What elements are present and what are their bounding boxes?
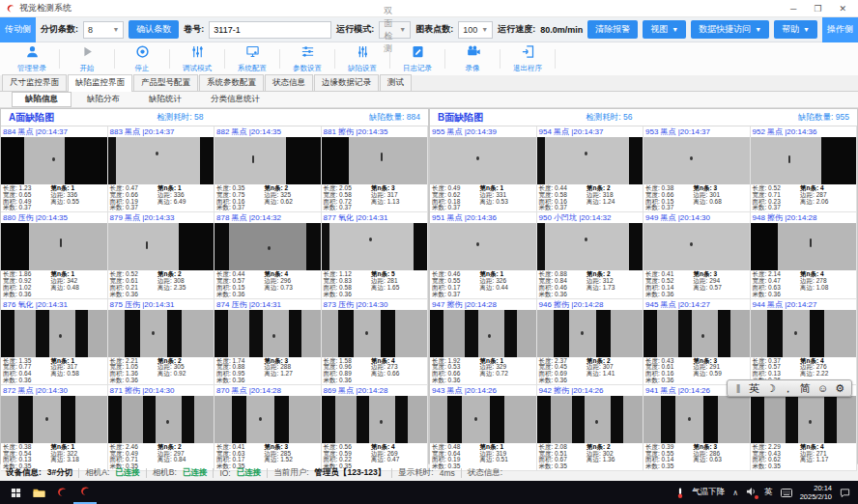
defect-cell[interactable]: 954 黑点 |20:14:37长度: 0.44宽度: 0.58面积: 0.16… [537, 126, 644, 212]
defect-image[interactable] [751, 310, 857, 357]
defect-image[interactable] [644, 223, 750, 270]
data-quick-access-button[interactable]: 数据快捷访问▼ [691, 20, 769, 39]
tab-7[interactable]: 测试 [380, 74, 412, 91]
ime-fullhalf-toggle[interactable]: ☽ [766, 382, 776, 395]
defect-cell[interactable]: 874 压伤 |20:14:31长度: 1.74宽度: 0.88面积: 0.95… [214, 299, 322, 385]
toolbar-play-button[interactable]: 开始 [63, 42, 111, 75]
defect-image[interactable] [537, 310, 644, 357]
ime-language-indicator[interactable]: 英 [764, 487, 773, 498]
defect-image[interactable] [751, 396, 857, 443]
toolbar-log-button[interactable]: 日志记录 [393, 42, 442, 75]
defect-cell[interactable]: 951 黑点 |20:14:36长度: 0.46宽度: 0.55面积: 0.17… [430, 212, 537, 298]
tab-1[interactable]: 尺寸监控界面 [2, 74, 67, 91]
subtab-4[interactable]: 分类信息统计 [197, 92, 273, 107]
defect-cell[interactable]: 879 黑点 |20:14:33长度: 0.52宽度: 0.61面积: 0.21… [108, 212, 215, 298]
toolbar-camera-button[interactable]: 录像 [448, 42, 497, 75]
toolbar-monitor-button[interactable]: 系统配置 [228, 42, 276, 75]
defect-cell[interactable]: 882 黑点 |20:14:35长度: 0.35宽度: 0.75面积: 0.16… [214, 126, 322, 212]
subtab-2[interactable]: 缺陷分布 [73, 92, 133, 107]
defect-image[interactable] [108, 396, 214, 443]
maximize-icon[interactable]: ❐ [814, 4, 821, 14]
defect-image[interactable] [430, 223, 536, 270]
toolbar-user-button[interactable]: 管理登录 [8, 42, 56, 75]
defect-cell[interactable]: 884 黑点 |20:14:37长度: 1.23宽度: 0.65面积: 0.49… [1, 126, 108, 212]
defect-cell[interactable]: 877 氧化 |20:14:31长度: 1.12宽度: 0.83面积: 0.58… [322, 212, 429, 298]
tray-expand-icon[interactable]: ∧ [732, 489, 738, 497]
defect-cell[interactable]: 878 黑点 |20:14:32长度: 0.44宽度: 0.57面积: 0.15… [214, 212, 322, 298]
file-explorer-icon[interactable] [27, 481, 50, 504]
defect-image[interactable] [751, 137, 857, 184]
ime-toolbar[interactable]: ❚ 英☽，简☺⚙ [727, 379, 852, 397]
defect-image[interactable] [1, 310, 107, 357]
defect-cell[interactable]: 943 黑点 |20:14:26长度: 0.48宽度: 0.64面积: 0.19… [430, 385, 537, 471]
ime-drag-handle[interactable]: ❚ [734, 383, 742, 393]
defect-cell[interactable]: 872 黑点 |20:14:30长度: 0.38宽度: 0.54面积: 0.13… [1, 385, 108, 471]
defect-cell[interactable]: 949 黑点 |20:14:30长度: 0.41宽度: 0.52面积: 0.14… [644, 212, 751, 298]
defect-cell[interactable]: 873 压伤 |20:14:30长度: 1.58宽度: 0.96面积: 0.89… [322, 299, 429, 385]
defect-cell[interactable]: 944 黑点 |20:14:27长度: 0.37宽度: 0.57面积: 0.13… [751, 299, 858, 385]
action-center-icon[interactable] [840, 488, 850, 498]
defect-cell[interactable]: 881 擦伤 |20:14:35长度: 2.05宽度: 0.58面积: 0.72… [322, 126, 429, 212]
defect-cell[interactable]: 955 黑点 |20:14:39长度: 0.49宽度: 0.62面积: 0.18… [430, 126, 537, 212]
toolbar-defect-button[interactable]: 缺陷设置 [338, 42, 386, 75]
clear-alarm-button[interactable]: 清除报警 [587, 20, 638, 39]
defect-image[interactable] [322, 137, 428, 184]
defect-cell[interactable]: 945 黑点 |20:14:27长度: 0.43宽度: 0.61面积: 0.16… [644, 299, 751, 385]
defect-image[interactable] [108, 137, 214, 184]
defect-image[interactable] [751, 223, 857, 270]
defect-cell[interactable]: 870 黑点 |20:14:28长度: 0.41宽度: 0.63面积: 0.17… [214, 385, 322, 471]
defect-image[interactable] [644, 137, 750, 184]
slit-count-select[interactable]: 8▼ [83, 21, 124, 39]
tab-5[interactable]: 状态信息 [265, 74, 313, 91]
defect-cell[interactable]: 876 氧化 |20:14:31长度: 1.35宽度: 0.77面积: 0.64… [1, 299, 108, 385]
defect-image[interactable] [108, 310, 214, 357]
defect-cell[interactable]: 880 压伤 |20:14:35长度: 1.86宽度: 0.92面积: 1.02… [1, 212, 108, 298]
toolbar-params-button[interactable]: 参数设置 [283, 42, 331, 75]
defect-cell[interactable]: 871 擦伤 |20:14:30长度: 2.46宽度: 0.49面积: 0.71… [108, 385, 215, 471]
defect-cell[interactable]: 948 擦伤 |20:14:28长度: 2.14宽度: 0.47面积: 0.63… [751, 212, 858, 298]
confirm-count-button[interactable]: 确认条数 [129, 20, 179, 39]
app-taskbar-icon-active[interactable] [73, 481, 97, 504]
defect-cell[interactable]: 875 压伤 |20:14:31长度: 2.21宽度: 1.05面积: 1.36… [108, 299, 215, 385]
tab-3[interactable]: 产品型号配置 [133, 74, 198, 91]
tab-6[interactable]: 边缘数据记录 [314, 74, 379, 91]
defect-image[interactable] [322, 396, 428, 443]
touch-keyboard-icon[interactable] [781, 489, 792, 497]
defect-image[interactable] [537, 137, 644, 184]
operator-side-button[interactable]: 操作侧 [822, 17, 858, 42]
defect-cell[interactable]: 883 黑点 |20:14:37长度: 0.47宽度: 0.66面积: 0.19… [108, 126, 215, 212]
chart-points-select[interactable]: 100▼ [458, 21, 493, 39]
toolbar-exit-button[interactable]: 退出程序 [503, 42, 552, 75]
toolbar-stop-button[interactable]: 停止 [118, 42, 166, 75]
defect-image[interactable] [644, 396, 750, 443]
ime-simplified-toggle[interactable]: 简 [800, 381, 811, 396]
defect-image[interactable] [430, 396, 536, 443]
taskbar-clock[interactable]: 20:14 2025/2/10 [800, 484, 832, 501]
defect-cell[interactable]: 940 擦伤 |20:14:26长度: 2.29宽度: 0.43面积: 0.62… [751, 385, 858, 471]
defect-image[interactable] [537, 223, 644, 270]
run-mode-select[interactable]: 双面检测▼ [379, 21, 411, 39]
minimize-icon[interactable]: ─ [790, 4, 796, 14]
defect-cell[interactable]: 952 黑点 |20:14:36长度: 0.52宽度: 0.71面积: 0.23… [751, 126, 858, 212]
view-menu-button[interactable]: 视图▼ [643, 20, 686, 39]
defect-cell[interactable]: 869 黑点 |20:14:28长度: 0.56宽度: 0.59面积: 0.22… [322, 385, 429, 471]
close-icon[interactable]: ✕ [839, 4, 846, 14]
defect-image[interactable] [1, 137, 107, 184]
defect-image[interactable] [214, 223, 321, 270]
drive-side-button[interactable]: 传动侧 [0, 17, 36, 42]
defect-image[interactable] [214, 137, 321, 184]
defect-image[interactable] [322, 223, 428, 270]
ime-emoji-button[interactable]: ☺ [817, 382, 828, 394]
defect-image[interactable] [644, 310, 750, 357]
help-menu-button[interactable]: 帮助▼ [774, 20, 817, 39]
ime-settings-gear-icon[interactable]: ⚙ [835, 382, 844, 395]
defect-image[interactable] [1, 396, 107, 443]
ime-lang-toggle[interactable]: 英 [749, 381, 759, 396]
app-taskbar-icon[interactable] [50, 481, 73, 504]
roll-number-input[interactable] [209, 21, 331, 39]
defect-image[interactable] [214, 396, 321, 443]
defect-cell[interactable]: 947 擦伤 |20:14:28长度: 1.92宽度: 0.53面积: 0.66… [430, 299, 537, 385]
weather-text[interactable]: 气温下降 [692, 487, 725, 498]
toolbar-debug-button[interactable]: 调试模式 [173, 42, 221, 75]
defect-image[interactable] [322, 310, 428, 357]
